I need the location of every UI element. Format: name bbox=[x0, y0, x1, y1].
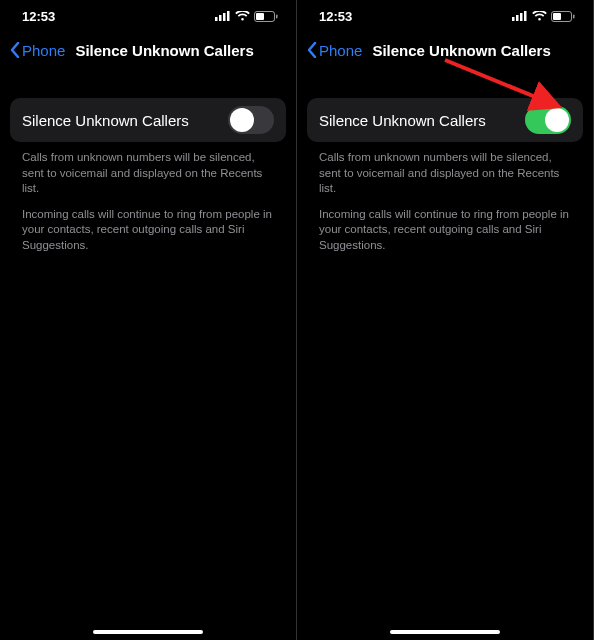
toggle-knob bbox=[230, 108, 254, 132]
svg-rect-13 bbox=[573, 14, 575, 18]
cell-label: Silence Unknown Callers bbox=[22, 112, 189, 129]
cell-label: Silence Unknown Callers bbox=[319, 112, 486, 129]
svg-rect-10 bbox=[524, 11, 527, 21]
footer-p1: Calls from unknown numbers will be silen… bbox=[22, 150, 274, 197]
svg-rect-6 bbox=[276, 14, 278, 18]
content: Silence Unknown Callers Calls from unkno… bbox=[0, 68, 296, 253]
svg-rect-5 bbox=[256, 13, 264, 20]
wifi-icon bbox=[235, 11, 250, 22]
battery-icon bbox=[254, 11, 278, 22]
back-button[interactable]: Phone bbox=[307, 42, 362, 59]
content: Silence Unknown Callers Calls from unkno… bbox=[297, 68, 593, 253]
signal-icon bbox=[215, 11, 231, 21]
status-bar: 12:53 bbox=[297, 0, 593, 32]
svg-rect-12 bbox=[553, 13, 561, 20]
page-title: Silence Unknown Callers bbox=[372, 42, 550, 59]
footer-text: Calls from unknown numbers will be silen… bbox=[10, 142, 286, 253]
footer-p1: Calls from unknown numbers will be silen… bbox=[319, 150, 571, 197]
status-indicators bbox=[215, 11, 278, 22]
status-time: 12:53 bbox=[22, 9, 55, 24]
svg-rect-1 bbox=[219, 15, 222, 21]
footer-p2: Incoming calls will continue to ring fro… bbox=[319, 207, 571, 254]
chevron-left-icon bbox=[307, 42, 317, 58]
silence-callers-cell: Silence Unknown Callers bbox=[307, 98, 583, 142]
nav-bar: Phone Silence Unknown Callers bbox=[0, 32, 296, 68]
phone-screen-left: 12:53 Phone Silence Unknown Callers Sile… bbox=[0, 0, 297, 640]
svg-rect-8 bbox=[516, 15, 519, 21]
svg-rect-0 bbox=[215, 17, 218, 21]
svg-rect-7 bbox=[512, 17, 515, 21]
toggle-knob bbox=[545, 108, 569, 132]
signal-icon bbox=[512, 11, 528, 21]
wifi-icon bbox=[532, 11, 547, 22]
status-bar: 12:53 bbox=[0, 0, 296, 32]
home-indicator bbox=[390, 630, 500, 634]
silence-callers-toggle[interactable] bbox=[525, 106, 571, 134]
back-label: Phone bbox=[319, 42, 362, 59]
nav-bar: Phone Silence Unknown Callers bbox=[297, 32, 593, 68]
chevron-left-icon bbox=[10, 42, 20, 58]
home-indicator bbox=[93, 630, 203, 634]
phone-screen-right: 12:53 Phone Silence Unknown Callers Sile… bbox=[297, 0, 594, 640]
silence-callers-cell: Silence Unknown Callers bbox=[10, 98, 286, 142]
page-title: Silence Unknown Callers bbox=[75, 42, 253, 59]
footer-text: Calls from unknown numbers will be silen… bbox=[307, 142, 583, 253]
back-label: Phone bbox=[22, 42, 65, 59]
battery-icon bbox=[551, 11, 575, 22]
silence-callers-toggle[interactable] bbox=[228, 106, 274, 134]
svg-rect-3 bbox=[227, 11, 230, 21]
svg-rect-9 bbox=[520, 13, 523, 21]
status-time: 12:53 bbox=[319, 9, 352, 24]
svg-rect-2 bbox=[223, 13, 226, 21]
status-indicators bbox=[512, 11, 575, 22]
back-button[interactable]: Phone bbox=[10, 42, 65, 59]
footer-p2: Incoming calls will continue to ring fro… bbox=[22, 207, 274, 254]
